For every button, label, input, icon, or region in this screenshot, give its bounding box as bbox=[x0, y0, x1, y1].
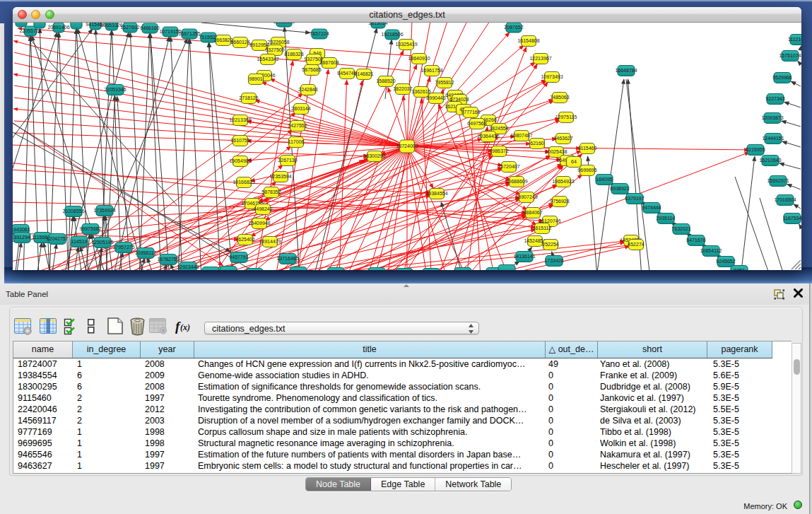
svg-text:3215955: 3215955 bbox=[746, 147, 765, 152]
svg-text:11121074: 11121074 bbox=[788, 37, 801, 42]
svg-text:16210643: 16210643 bbox=[759, 158, 781, 163]
svg-text:1362615: 1362615 bbox=[411, 89, 430, 94]
svg-text:15692971: 15692971 bbox=[767, 178, 789, 183]
svg-text:12353594: 12353594 bbox=[269, 174, 291, 179]
svg-text:9451: 9451 bbox=[734, 268, 745, 270]
svg-text:1615112: 1615112 bbox=[533, 226, 552, 230]
svg-text:12923448: 12923448 bbox=[177, 264, 199, 269]
svg-text:15409948: 15409948 bbox=[248, 221, 270, 226]
svg-text:2242848: 2242848 bbox=[298, 87, 317, 92]
svg-text:16648784: 16648784 bbox=[615, 68, 637, 73]
svg-text:9529966: 9529966 bbox=[772, 75, 792, 80]
svg-text:12213369: 12213369 bbox=[229, 117, 251, 122]
svg-text:10654112: 10654112 bbox=[700, 248, 722, 253]
svg-text:15720407: 15720407 bbox=[498, 164, 519, 169]
svg-text:6497568: 6497568 bbox=[467, 121, 486, 126]
svg-text:117006: 117006 bbox=[288, 139, 305, 144]
svg-text:14914479: 14914479 bbox=[259, 239, 281, 244]
svg-text:8471676: 8471676 bbox=[686, 238, 705, 243]
svg-text:18724007: 18724007 bbox=[396, 144, 418, 148]
svg-text:9457791: 9457791 bbox=[229, 255, 248, 259]
svg-text:164095: 164095 bbox=[596, 177, 612, 182]
svg-text:9463627: 9463627 bbox=[553, 136, 572, 141]
svg-text:16154808: 16154808 bbox=[517, 38, 539, 43]
svg-text:19218506: 19218506 bbox=[381, 32, 403, 37]
svg-text:1822037: 1822037 bbox=[393, 86, 412, 91]
svg-text:16961758: 16961758 bbox=[420, 68, 442, 73]
svg-text:23226058: 23226058 bbox=[267, 40, 289, 45]
svg-text:16782759: 16782759 bbox=[157, 257, 179, 262]
svg-text:18300295: 18300295 bbox=[363, 153, 385, 158]
svg-text:64: 64 bbox=[571, 159, 577, 164]
svg-text:16543342: 16543342 bbox=[257, 57, 278, 62]
svg-text:1527602: 1527602 bbox=[120, 25, 139, 30]
svg-text:9884067: 9884067 bbox=[523, 210, 542, 215]
svg-text:7625402: 7625402 bbox=[235, 237, 254, 242]
svg-text:8938923: 8938923 bbox=[610, 186, 629, 191]
svg-text:3427552: 3427552 bbox=[288, 123, 307, 128]
svg-text:16033809: 16033809 bbox=[273, 23, 295, 24]
svg-text:62160: 62160 bbox=[530, 141, 544, 146]
svg-text:9699695: 9699695 bbox=[577, 168, 596, 173]
svg-text:17016504: 17016504 bbox=[774, 197, 796, 202]
svg-text:3813014: 3813014 bbox=[368, 23, 387, 25]
svg-text:7485063: 7485063 bbox=[550, 95, 569, 100]
svg-text:9777169: 9777169 bbox=[461, 110, 480, 115]
svg-text:2803144: 2803144 bbox=[291, 106, 310, 111]
svg-text:114519: 114519 bbox=[71, 239, 88, 244]
svg-text:391294: 391294 bbox=[13, 235, 30, 240]
svg-text:9474444: 9474444 bbox=[642, 205, 661, 210]
svg-text:9115460: 9115460 bbox=[578, 146, 597, 151]
svg-text:12213967: 12213967 bbox=[529, 56, 551, 61]
svg-text:16671355: 16671355 bbox=[178, 31, 200, 36]
svg-text:15751074: 15751074 bbox=[779, 53, 801, 58]
svg-text:18907249: 18907249 bbox=[515, 194, 537, 199]
svg-text:12042757: 12042757 bbox=[46, 236, 68, 241]
svg-text:8990443: 8990443 bbox=[426, 95, 445, 100]
svg-text:1588520: 1588520 bbox=[376, 78, 395, 83]
svg-text:7632021: 7632021 bbox=[671, 226, 690, 231]
svg-text:452274: 452274 bbox=[628, 242, 644, 247]
svg-text:12444151: 12444151 bbox=[762, 136, 784, 141]
svg-text:18640910: 18640910 bbox=[408, 56, 430, 61]
svg-text:9327509: 9327509 bbox=[265, 47, 284, 52]
svg-text:12505195: 12505195 bbox=[91, 240, 113, 245]
svg-text:12093873: 12093873 bbox=[761, 115, 783, 120]
svg-text:10025438: 10025438 bbox=[545, 149, 567, 154]
svg-text:1733426: 1733426 bbox=[544, 258, 563, 263]
svg-text:14136141: 14136141 bbox=[513, 254, 535, 259]
svg-text:4498242: 4498242 bbox=[253, 206, 272, 211]
svg-text:3267130: 3267130 bbox=[278, 158, 297, 163]
svg-text:252254: 252254 bbox=[542, 242, 558, 247]
svg-text:9245652: 9245652 bbox=[716, 259, 735, 264]
svg-text:10653326: 10653326 bbox=[100, 23, 122, 28]
svg-text:17957275: 17957275 bbox=[112, 245, 134, 250]
svg-text:2087652: 2087652 bbox=[504, 25, 523, 30]
svg-text:13716485: 13716485 bbox=[276, 256, 298, 261]
svg-text:19654923: 19654923 bbox=[552, 179, 574, 184]
svg-text:5875685: 5875685 bbox=[302, 67, 321, 72]
svg-text:22055724: 22055724 bbox=[19, 28, 41, 33]
svg-text:13325419: 13325419 bbox=[395, 42, 417, 47]
svg-text:9660124: 9660124 bbox=[230, 40, 249, 45]
svg-text:10807487: 10807487 bbox=[510, 133, 532, 138]
svg-text:7857224: 7857224 bbox=[310, 31, 329, 36]
svg-text:7986372: 7986372 bbox=[489, 148, 508, 153]
svg-text:7955812: 7955812 bbox=[435, 80, 454, 85]
svg-text:8912954: 8912954 bbox=[249, 42, 269, 47]
svg-text:6379197: 6379197 bbox=[625, 196, 644, 201]
svg-text:9227343: 9227343 bbox=[765, 96, 784, 101]
svg-text:19166825: 19166825 bbox=[233, 180, 254, 185]
svg-text:17359924: 17359924 bbox=[93, 208, 115, 213]
svg-text:19384554: 19384554 bbox=[425, 191, 447, 196]
svg-text:99975687: 99975687 bbox=[79, 226, 101, 231]
svg-text:10688609: 10688609 bbox=[505, 179, 527, 184]
svg-text:9146821: 9146821 bbox=[354, 71, 373, 76]
svg-text:2718126: 2718126 bbox=[239, 95, 258, 100]
svg-text:3824554: 3824554 bbox=[489, 126, 508, 131]
svg-text:8186328: 8186328 bbox=[284, 52, 303, 57]
svg-text:12975115: 12975115 bbox=[555, 115, 577, 119]
svg-text:20208556: 20208556 bbox=[62, 209, 84, 214]
svg-text:5878352: 5878352 bbox=[261, 189, 281, 194]
svg-text:9756928: 9756928 bbox=[550, 199, 569, 204]
